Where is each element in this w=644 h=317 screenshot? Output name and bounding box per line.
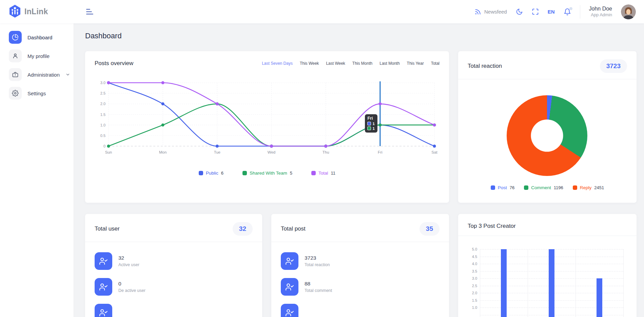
svg-text:0: 0 <box>103 144 105 148</box>
filter-total[interactable]: Total <box>431 61 440 66</box>
gridline <box>623 249 624 317</box>
language-selector[interactable]: EN <box>548 9 555 15</box>
legend-label: Reply <box>580 185 592 190</box>
sidebar-item-label: Settings <box>27 91 46 96</box>
legend-label: Shared With Team <box>250 171 287 176</box>
newsfeed-label: Newsfeed <box>484 9 507 15</box>
svg-text:Mon: Mon <box>159 150 167 154</box>
stat-label: De active user <box>118 288 145 293</box>
gridline <box>575 249 576 317</box>
legend-value: 6 <box>221 171 223 176</box>
stat-value: 32 <box>118 255 139 261</box>
legend-item-public[interactable]: Public6 <box>199 171 223 176</box>
fullscreen-button[interactable] <box>532 8 539 15</box>
header-divider <box>580 5 580 19</box>
svg-text:3.0: 3.0 <box>100 81 105 85</box>
card-header: Total post35 <box>271 214 449 236</box>
legend-value: 1196 <box>554 185 563 190</box>
sidebar-item-label: My profile <box>27 53 50 59</box>
legend-value: 2451 <box>594 185 604 190</box>
briefcase-icon <box>9 68 22 81</box>
filter-this-year[interactable]: This Year <box>407 61 424 66</box>
top-bar: InLink Newsfeed <box>0 0 644 23</box>
user-check-icon <box>95 278 112 296</box>
tooltip-title: Fri <box>367 116 374 121</box>
legend-item-comment[interactable]: Comment1196 <box>524 185 563 190</box>
stat-text: 3723Total reaction <box>305 255 330 267</box>
posts-chart-legend: Public6Shared With Team5Total11 <box>95 171 440 176</box>
legend-swatch <box>573 185 577 190</box>
legend-value: 11 <box>331 171 336 176</box>
legend-item-total[interactable]: Total11 <box>311 171 335 176</box>
total-user-badge: 32 <box>233 222 253 236</box>
tooltip-value: 1 <box>372 122 374 126</box>
moon-icon <box>516 8 523 15</box>
user-check-icon <box>281 278 298 296</box>
sidebar-item-label: Administration <box>27 72 60 78</box>
user-check-icon <box>95 304 112 317</box>
stat-label: Active user <box>118 262 139 267</box>
brand-logo-icon <box>9 4 21 19</box>
legend-swatch <box>311 171 316 175</box>
stat-row: 3723Total reaction <box>281 252 440 270</box>
pie-chart-icon <box>9 31 22 44</box>
bar <box>597 278 602 317</box>
sidebar-item-administration[interactable]: Administration <box>9 68 70 81</box>
chevron-down-icon <box>65 72 70 77</box>
avatar[interactable] <box>621 4 636 19</box>
reaction-donut-legend: Post76Comment1196Reply2451 <box>458 185 637 190</box>
svg-text:1.0: 1.0 <box>100 123 105 127</box>
sidebar-item-dashboard[interactable]: Dashboard <box>9 31 70 44</box>
svg-text:Wed: Wed <box>268 150 275 154</box>
axis-tick-label: 3.5 <box>464 269 477 273</box>
filter-this-month[interactable]: This Month <box>352 61 372 66</box>
legend-label: Public <box>206 171 218 176</box>
legend-value: 5 <box>290 171 292 176</box>
axis-tick-label: 3.0 <box>464 276 477 280</box>
fullscreen-icon <box>532 8 539 15</box>
filter-this-week[interactable]: This Week <box>300 61 319 66</box>
tooltip-series-swatch <box>367 126 371 130</box>
newsfeed-link[interactable]: Newsfeed <box>474 8 507 15</box>
divider <box>458 79 637 79</box>
user-icon <box>9 49 22 62</box>
sidebar-item-my-profile[interactable]: My profile <box>9 49 70 62</box>
posts-overview-title: Posts overview <box>95 60 133 67</box>
stat-row <box>95 304 253 317</box>
legend-item-reply[interactable]: Reply2451 <box>573 185 604 190</box>
tooltip-series-swatch <box>367 122 371 125</box>
legend-item-shared-with-team[interactable]: Shared With Team5 <box>242 171 292 176</box>
legend-swatch <box>524 185 528 190</box>
svg-text:Sat: Sat <box>431 150 437 154</box>
filter-last-month[interactable]: Last Month <box>379 61 399 66</box>
filter-last-week[interactable]: Last Week <box>326 61 345 66</box>
svg-text:Fri: Fri <box>378 150 382 154</box>
legend-item-post[interactable]: Post76 <box>491 185 514 190</box>
user-name: John Doe <box>589 5 612 12</box>
dark-mode-toggle[interactable] <box>516 8 523 15</box>
legend-label: Post <box>498 185 507 190</box>
stat-value: 88 <box>305 281 332 287</box>
bar <box>549 249 554 317</box>
tooltip-row: 1 <box>367 126 374 131</box>
svg-text:Tue: Tue <box>214 150 220 154</box>
stat-rows: 32Active user0De active user <box>85 242 262 317</box>
notification-dot <box>569 7 572 10</box>
user-info[interactable]: John Doe App Admin <box>589 5 612 18</box>
main-content: Dashboard Posts overview Last Seven Days… <box>74 23 644 317</box>
svg-text:Sun: Sun <box>105 150 112 154</box>
total-reaction-title: Total reaction <box>468 63 502 70</box>
menu-toggle-button[interactable] <box>86 9 93 15</box>
card-header: Total user32 <box>85 214 262 236</box>
brand-name: InLink <box>24 7 48 16</box>
sidebar-item-settings[interactable]: Settings <box>9 87 70 100</box>
total-post-title: Total post <box>281 225 306 232</box>
total-user-card: Total user3232Active user0De active user <box>85 214 262 317</box>
user-check-icon <box>281 304 298 317</box>
stat-text: 88Total comment <box>305 281 332 293</box>
stat-rows: 3723Total reaction88Total comment <box>271 242 449 317</box>
page-title: Dashboard <box>85 32 637 40</box>
filter-last-seven-days[interactable]: Last Seven Days <box>262 61 293 66</box>
notifications-button[interactable] <box>564 8 571 16</box>
total-user-title: Total user <box>95 225 120 232</box>
